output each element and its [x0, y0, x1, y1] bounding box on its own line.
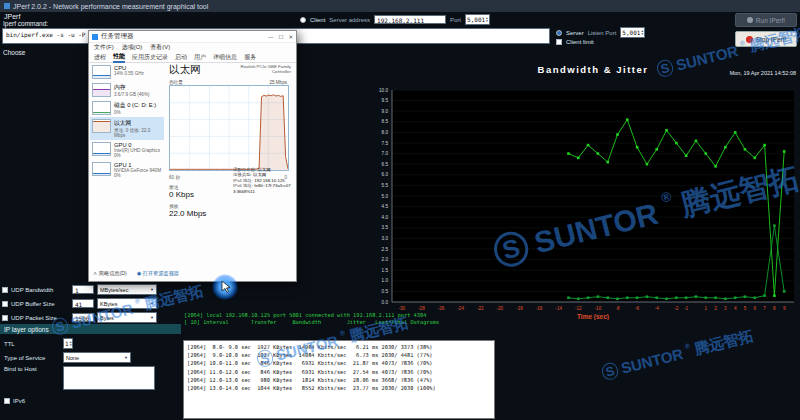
udp-buffer-unit-select[interactable]: KBytes▼ — [97, 298, 157, 309]
choose-section-label: Choose — [3, 49, 25, 56]
server-address-input[interactable]: 192.168.2.111 — [374, 15, 446, 24]
iperf-report-line: [2064] 10.0-11.0 sec 846 KBytes 6931 Kbi… — [187, 359, 491, 367]
taskmgr-sidebar-gpu0[interactable]: GPU 0Intel(R) UHD Graphics0% — [90, 140, 164, 160]
minimize-icon[interactable]: — — [268, 34, 274, 40]
taskmgr-tab-应用历史记录[interactable]: 应用历史记录 — [132, 53, 168, 62]
ttl-row: TTL 1 ▲▼ — [4, 338, 73, 349]
taskmgr-sidebar-gpu1[interactable]: GPU 1NVIDIA GeForce 940M0% — [90, 160, 164, 180]
fewer-details-label: 简略信息(D) — [99, 270, 127, 276]
svg-text:6: 6 — [753, 306, 756, 311]
svg-text:-6: -6 — [635, 306, 640, 311]
port-value: 5,001 — [467, 16, 485, 23]
svg-text:0.0: 0.0 — [382, 300, 389, 305]
svg-text:-12: -12 — [575, 306, 582, 311]
taskmgr-menu-item[interactable]: 查看(V) — [150, 43, 170, 52]
port-stepper[interactable]: 5,001 ▲▼ — [465, 14, 490, 25]
taskmgr-title: 任务管理器 — [101, 32, 134, 41]
fewer-details-link[interactable]: ∧ 简略信息(D) — [93, 270, 127, 277]
taskmgr-sidebar-ethernet[interactable]: 以太网发送: 0 接收: 22.0 Mbps — [90, 117, 164, 140]
open-resource-monitor-link[interactable]: ◉ 打开资源监视器 — [137, 270, 179, 277]
window-title: JPerf 2.0.2 - Network performance measur… — [13, 3, 208, 10]
close-icon[interactable]: ✕ — [288, 34, 293, 40]
taskmgr-sidebar-memory[interactable]: 内存3.6/7.9 GB (46%) — [90, 81, 164, 99]
taskmgr-sidebar-cpu[interactable]: CPU14% 0.55 GHz — [90, 63, 164, 81]
udp-bandwidth-unit-select[interactable]: MBytes/sec▼ — [97, 284, 157, 295]
svg-text:4.0: 4.0 — [382, 215, 389, 220]
svg-text:9.5: 9.5 — [382, 98, 389, 103]
iperf-report-line: [2064] 12.0-13.0 sec 980 KBytes 1814 Kbi… — [187, 376, 491, 384]
resource-monitor-label: 打开资源监视器 — [143, 270, 179, 276]
iperf-console-line: [2064] local 192.168.10.125 port 5001 co… — [184, 312, 489, 319]
iperf-report-line: [2064] 11.0-12.0 sec 846 KBytes 6931 Kbi… — [187, 368, 491, 376]
taskmgr-menu-item[interactable]: 文件(F) — [94, 43, 114, 52]
window-titlebar: JPerf 2.0.2 - Network performance measur… — [0, 0, 800, 12]
graph-window-label: 60 秒 — [169, 175, 180, 180]
svg-text:2: 2 — [714, 306, 717, 311]
stepper-arrows-icon[interactable]: ▲▼ — [70, 341, 72, 347]
svg-text:-2: -2 — [674, 306, 679, 311]
stepper-arrows-icon[interactable]: ▲▼ — [641, 30, 643, 36]
svg-text:-22: -22 — [477, 306, 484, 311]
udp-packet-input[interactable]: 1500 — [72, 313, 94, 322]
bird-icon — [747, 17, 753, 23]
svg-text:8.5: 8.5 — [382, 119, 389, 124]
port-label: Port — [450, 17, 461, 23]
udp-buffer-checkbox[interactable] — [2, 301, 8, 307]
udp-buffer-input[interactable]: 41 — [72, 299, 94, 308]
udp-bandwidth-input[interactable]: 1 — [72, 285, 94, 294]
stop-iperf-button[interactable]: Stop IPerf! — [735, 31, 797, 47]
svg-text:-20: -20 — [497, 306, 504, 311]
svg-text:7.0: 7.0 — [382, 151, 389, 156]
svg-text:-14: -14 — [555, 306, 562, 311]
app-label: JPerf — [4, 13, 20, 20]
client-radio[interactable] — [300, 17, 306, 23]
tos-select[interactable]: None▼ — [63, 352, 131, 363]
run-iperf-label: Run IPerf! — [756, 17, 785, 24]
svg-text:8.0: 8.0 — [382, 130, 389, 135]
udp-packet-unit-select[interactable]: Bytes▼ — [97, 312, 157, 323]
stop-iperf-label: Stop IPerf! — [756, 36, 787, 43]
ttl-stepper[interactable]: 1 ▲▼ — [63, 338, 73, 349]
listen-port-stepper[interactable]: 5,001 ▲▼ — [620, 27, 645, 38]
taskmgr-tab-用户[interactable]: 用户 — [194, 53, 206, 62]
iperf-console-line: [ ID] Interval Transfer Bandwidth Jitter… — [184, 319, 489, 326]
taskmgr-performance-panel: 以太网 Realtek PCIe GBE Family Controller 吞… — [169, 63, 293, 279]
jperf-window: JPerf 2.0.2 - Network performance measur… — [0, 0, 800, 420]
svg-text:-28: -28 — [418, 306, 425, 311]
receive-value: 22.0 Mbps — [169, 209, 293, 218]
bind-host-input[interactable] — [63, 366, 155, 390]
svg-text:5.0: 5.0 — [382, 194, 389, 199]
chevron-down-icon: ▼ — [150, 315, 154, 320]
maximize-icon[interactable]: ☐ — [278, 34, 283, 40]
svg-text:6.0: 6.0 — [382, 172, 389, 177]
svg-text:-4: -4 — [655, 306, 660, 311]
client-limit-checkbox[interactable] — [556, 39, 562, 45]
bind-host-row: Bind to Host — [4, 366, 155, 390]
svg-text:0.5: 0.5 — [382, 289, 389, 294]
server-radio[interactable] — [556, 30, 562, 36]
taskmgr-titlebar[interactable]: 任务管理器 — ☐ ✕ — [89, 31, 296, 43]
stepper-arrows-icon[interactable]: ▲▼ — [486, 17, 488, 23]
ttl-value: 1 — [65, 340, 69, 347]
taskmgr-tab-性能[interactable]: 性能 — [113, 52, 125, 63]
svg-text:-8: -8 — [615, 306, 620, 311]
mini-graph-icon — [92, 142, 111, 156]
udp-bandwidth-checkbox[interactable] — [2, 287, 8, 293]
svg-text:5: 5 — [744, 306, 747, 311]
adapter-name: Realtek PCIe GBE Family Controller — [229, 64, 291, 74]
taskmgr-tab-启动[interactable]: 启动 — [175, 53, 187, 62]
stop-icon — [746, 36, 753, 43]
iperf-output-log[interactable]: [2064] 8.0- 9.0 sec 1927 KBytes 14984 Kb… — [183, 340, 495, 419]
taskmgr-tab-进程[interactable]: 进程 — [94, 53, 106, 62]
taskmgr-tab-服务[interactable]: 服务 — [244, 53, 256, 62]
udp-packet-checkbox[interactable] — [2, 315, 8, 321]
tos-value: None — [66, 355, 79, 361]
udp-buffer-label: UDP Buffer Size — [11, 301, 69, 307]
taskmgr-icon — [92, 34, 98, 40]
taskmgr-sidebar-disk0[interactable]: 磁盘 0 (C: D: E:)0% — [90, 99, 164, 117]
ipv6-checkbox[interactable] — [4, 398, 10, 404]
run-iperf-button[interactable]: Run IPerf! — [735, 13, 797, 27]
taskmgr-tab-详细信息[interactable]: 详细信息 — [213, 53, 237, 62]
udp-packet-row: UDP Packet Size 1500 Bytes▼ — [2, 312, 157, 323]
svg-text:3.5: 3.5 — [382, 225, 389, 230]
